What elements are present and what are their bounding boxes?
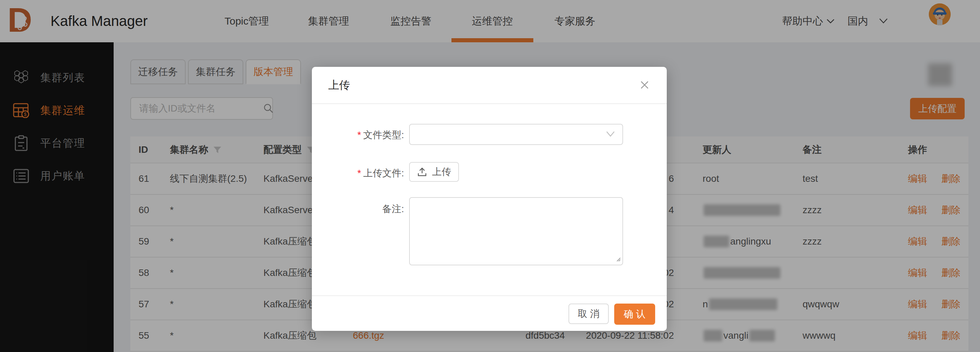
confirm-button[interactable]: 确 认 <box>614 304 655 325</box>
remark-textarea[interactable] <box>410 198 622 265</box>
required-mark: * <box>357 168 361 178</box>
modal-footer: 取 消 确 认 <box>312 295 667 331</box>
remark-textarea-wrap <box>409 197 623 265</box>
modal-title: 上传 <box>328 67 350 103</box>
modal-header: 上传 <box>312 67 667 104</box>
close-icon[interactable] <box>638 78 651 91</box>
upload-icon <box>417 167 427 177</box>
kafka-manager-page: D Kafka Manager Topic管理 集群管理 监控告警 运维管控 专… <box>0 0 980 352</box>
upload-file-label: *上传文件: <box>312 167 404 180</box>
cancel-button[interactable]: 取 消 <box>568 304 609 324</box>
required-mark: * <box>357 130 361 140</box>
resize-grip-icon[interactable] <box>615 256 621 263</box>
file-type-select[interactable] <box>409 124 623 145</box>
remark-label: 备注: <box>312 203 404 216</box>
upload-file-button[interactable]: 上传 <box>409 162 459 182</box>
file-type-label: *文件类型: <box>312 128 404 141</box>
chevron-down-icon <box>605 130 616 140</box>
upload-modal: 上传 *文件类型: *上传文件: 上传 备注: <box>312 67 667 331</box>
